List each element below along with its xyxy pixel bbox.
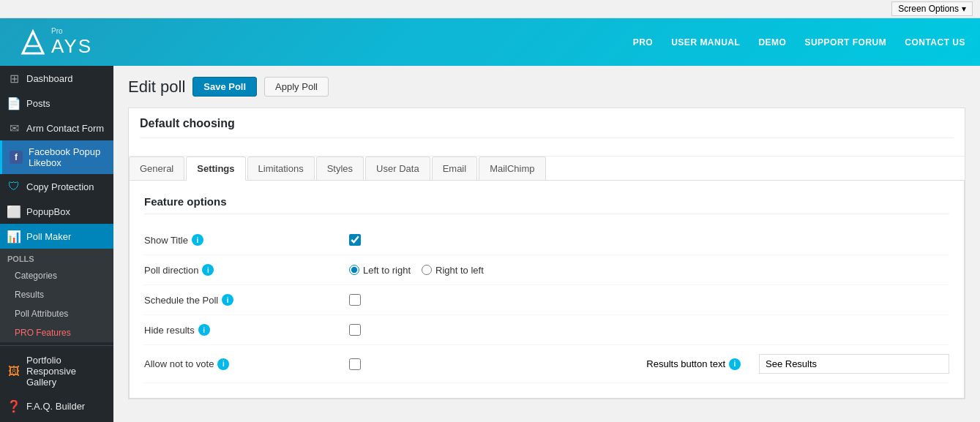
sidebar-item-poll-maker[interactable]: 📊 Poll Maker	[0, 224, 113, 249]
logo-pro-label: Pro	[51, 27, 63, 35]
poll-maker-icon: 📊	[7, 230, 20, 243]
tab-user-data[interactable]: User Data	[365, 157, 430, 180]
save-poll-button[interactable]: Save Poll	[192, 77, 257, 97]
sidebar-item-label: Dashboard	[26, 73, 73, 84]
sidebar-item-label: Copy Protection	[26, 181, 94, 192]
popupbox-icon: ⬜	[7, 205, 20, 218]
show-title-row: Show Title i	[144, 225, 949, 255]
schedule-poll-row: Schedule the Poll i	[144, 285, 949, 315]
screen-options-bar: Screen Options ▾	[0, 0, 980, 18]
left-to-right-option[interactable]: Left to right	[349, 265, 411, 276]
tab-content: Feature options Show Title i Poll direct…	[129, 181, 965, 399]
sidebar-item-dashboard[interactable]: ⊞ Dashboard	[0, 66, 113, 91]
nav-pro[interactable]: PRO	[633, 37, 654, 48]
nav-contact-us[interactable]: CONTACT US	[905, 37, 965, 48]
section-header: Default choosing	[129, 108, 965, 157]
hide-results-info-icon[interactable]: i	[198, 324, 210, 336]
results-button-text-label: Results button text i	[646, 358, 741, 370]
sidebar-item-pro-features[interactable]: PRO Features	[0, 323, 113, 342]
portfolio-icon: 🖼	[7, 365, 20, 378]
posts-icon: 📄	[7, 97, 20, 110]
poll-direction-control: Left to right Right to left	[349, 265, 949, 276]
sidebar-item-quiz-soro[interactable]: 📝 Quiz Soro	[0, 418, 113, 422]
allow-not-vote-label: Allow not to vote i	[144, 358, 349, 370]
sidebar-item-faq-builder[interactable]: ❓ F.A.Q. Builder	[0, 393, 113, 418]
dashboard-icon: ⊞	[7, 72, 20, 85]
hide-results-row: Hide results i	[144, 315, 949, 345]
sidebar-item-label: PRO Features	[15, 328, 71, 338]
tab-mailchimp[interactable]: MailChimp	[479, 157, 545, 180]
sidebar-item-popupbox[interactable]: ⬜ PopupBox	[0, 199, 113, 224]
copy-protection-icon: 🛡	[7, 180, 20, 193]
show-title-control	[349, 234, 949, 246]
apply-poll-button[interactable]: Apply Poll	[264, 77, 329, 97]
sidebar-item-poll-attributes[interactable]: Poll Attributes	[0, 304, 113, 323]
sidebar-item-posts[interactable]: 📄 Posts	[0, 91, 113, 116]
tabs-bar: General Settings Limitations Styles User…	[129, 157, 965, 181]
sidebar-item-label: Posts	[26, 98, 51, 109]
edit-poll-header: Edit poll Save Poll Apply Poll	[128, 77, 965, 97]
sidebar: ⊞ Dashboard 📄 Posts ✉ Arm Contact Form f…	[0, 66, 113, 422]
results-button-text-info-icon[interactable]: i	[729, 358, 741, 370]
contact-icon: ✉	[7, 121, 20, 135]
schedule-poll-label: Schedule the Poll i	[144, 294, 349, 306]
feature-options-title: Feature options	[144, 195, 949, 214]
poll-direction-info-icon[interactable]: i	[202, 264, 214, 276]
tab-settings[interactable]: Settings	[186, 157, 245, 181]
sidebar-divider	[0, 345, 113, 346]
sidebar-item-label: F.A.Q. Builder	[26, 401, 85, 412]
sidebar-item-copy-protection[interactable]: 🛡 Copy Protection	[0, 174, 113, 199]
schedule-poll-checkbox[interactable]	[349, 294, 361, 306]
right-to-left-option[interactable]: Right to left	[422, 265, 484, 276]
hide-results-label: Hide results i	[144, 324, 349, 336]
tab-email[interactable]: Email	[432, 157, 478, 180]
sidebar-item-results[interactable]: Results	[0, 285, 113, 304]
hide-results-control	[349, 324, 949, 336]
tab-styles[interactable]: Styles	[316, 157, 364, 180]
screen-options-button[interactable]: Screen Options ▾	[891, 1, 973, 16]
sidebar-item-label: Arm Contact Form	[26, 123, 104, 134]
page-title: Edit poll	[128, 78, 185, 97]
sidebar-item-categories[interactable]: Categories	[0, 266, 113, 285]
logo: Pro AYS	[15, 24, 92, 61]
screen-options-arrow-icon: ▾	[962, 4, 966, 14]
polls-section-label: Polls	[0, 249, 113, 266]
allow-not-vote-control: Results button text i	[349, 354, 949, 374]
top-bar: Pro AYS PRO USER MANUAL DEMO SUPPORT FOR…	[0, 18, 980, 66]
poll-direction-row: Poll direction i Left to right Right to …	[144, 255, 949, 285]
svg-marker-0	[23, 31, 43, 53]
right-to-left-radio[interactable]	[422, 265, 432, 275]
top-nav: PRO USER MANUAL DEMO SUPPORT FORUM CONTA…	[633, 37, 965, 48]
nav-user-manual[interactable]: USER MANUAL	[671, 37, 740, 48]
tab-limitations[interactable]: Limitations	[247, 157, 315, 180]
allow-not-vote-info-icon[interactable]: i	[217, 358, 229, 370]
show-title-checkbox[interactable]	[349, 234, 361, 246]
logo-text: AYS	[51, 35, 92, 57]
allow-not-vote-checkbox[interactable]	[349, 358, 361, 370]
sidebar-item-facebook-popup[interactable]: f Facebook Popup Likebox	[0, 140, 113, 174]
results-button-text-input[interactable]	[759, 354, 949, 374]
tab-general[interactable]: General	[129, 157, 184, 180]
faq-icon: ❓	[7, 399, 20, 412]
show-title-info-icon[interactable]: i	[192, 234, 203, 246]
section-title: Default choosing	[140, 117, 954, 138]
nav-demo[interactable]: DEMO	[758, 37, 786, 48]
default-choosing-box: Default choosing General Settings Limita…	[128, 108, 965, 399]
left-to-right-radio[interactable]	[349, 265, 359, 275]
sidebar-item-label: Facebook Popup Likebox	[29, 146, 106, 168]
sidebar-item-label: Poll Maker	[26, 231, 71, 242]
sidebar-item-label: Categories	[15, 271, 57, 281]
polls-submenu: Polls Categories Results Poll Attributes…	[0, 249, 113, 342]
sidebar-item-label: Poll Attributes	[15, 309, 68, 319]
sidebar-item-portfolio-gallery[interactable]: 🖼 Portfolio Responsive Gallery	[0, 349, 113, 393]
allow-not-vote-row: Allow not to vote i Results button text …	[144, 345, 949, 383]
screen-options-label: Screen Options	[898, 4, 959, 14]
hide-results-checkbox[interactable]	[349, 324, 361, 336]
schedule-poll-info-icon[interactable]: i	[222, 294, 233, 306]
nav-support-forum[interactable]: SUPPORT FORUM	[804, 37, 886, 48]
schedule-poll-control	[349, 294, 949, 306]
logo-icon	[15, 24, 51, 61]
sidebar-item-contact-form[interactable]: ✉ Arm Contact Form	[0, 116, 113, 140]
facebook-icon: f	[10, 151, 23, 164]
main-content: Edit poll Save Poll Apply Poll Default c…	[113, 66, 980, 422]
